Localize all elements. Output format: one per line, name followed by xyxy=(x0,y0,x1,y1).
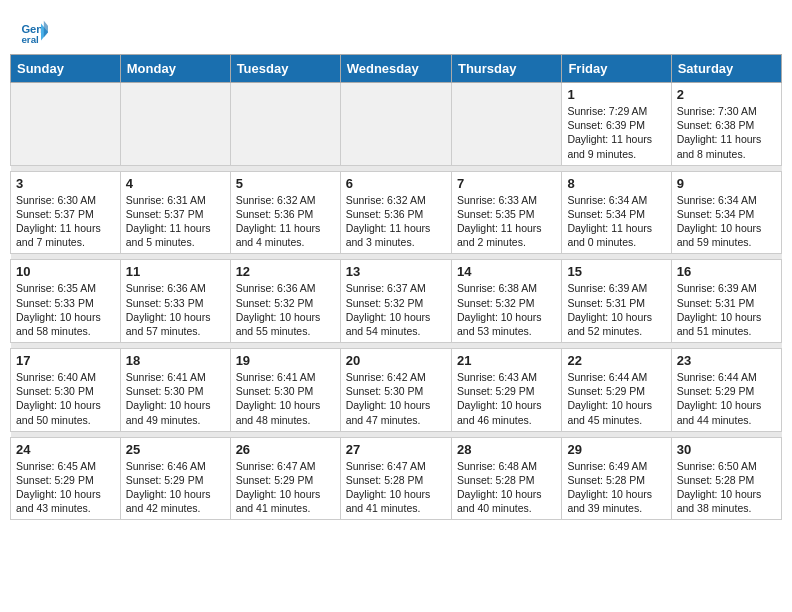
day-cell: 21Sunrise: 6:43 AMSunset: 5:29 PMDayligh… xyxy=(451,349,561,432)
day-number: 10 xyxy=(16,264,115,279)
day-cell: 1Sunrise: 7:29 AMSunset: 6:39 PMDaylight… xyxy=(562,83,671,166)
day-number: 2 xyxy=(677,87,776,102)
day-number: 6 xyxy=(346,176,446,191)
day-number: 4 xyxy=(126,176,225,191)
day-info: Sunrise: 6:33 AMSunset: 5:35 PMDaylight:… xyxy=(457,193,556,250)
day-number: 28 xyxy=(457,442,556,457)
day-info: Sunrise: 6:48 AMSunset: 5:28 PMDaylight:… xyxy=(457,459,556,516)
day-number: 17 xyxy=(16,353,115,368)
day-number: 30 xyxy=(677,442,776,457)
weekday-header-friday: Friday xyxy=(562,55,671,83)
day-info: Sunrise: 6:39 AMSunset: 5:31 PMDaylight:… xyxy=(567,281,665,338)
weekday-header-thursday: Thursday xyxy=(451,55,561,83)
day-cell: 23Sunrise: 6:44 AMSunset: 5:29 PMDayligh… xyxy=(671,349,781,432)
day-info: Sunrise: 6:44 AMSunset: 5:29 PMDaylight:… xyxy=(677,370,776,427)
svg-marker-3 xyxy=(44,21,48,38)
day-number: 1 xyxy=(567,87,665,102)
day-cell xyxy=(11,83,121,166)
day-number: 16 xyxy=(677,264,776,279)
day-cell: 26Sunrise: 6:47 AMSunset: 5:29 PMDayligh… xyxy=(230,437,340,520)
day-info: Sunrise: 6:43 AMSunset: 5:29 PMDaylight:… xyxy=(457,370,556,427)
day-cell: 29Sunrise: 6:49 AMSunset: 5:28 PMDayligh… xyxy=(562,437,671,520)
day-number: 22 xyxy=(567,353,665,368)
day-info: Sunrise: 7:29 AMSunset: 6:39 PMDaylight:… xyxy=(567,104,665,161)
day-cell: 17Sunrise: 6:40 AMSunset: 5:30 PMDayligh… xyxy=(11,349,121,432)
day-cell: 4Sunrise: 6:31 AMSunset: 5:37 PMDaylight… xyxy=(120,171,230,254)
day-info: Sunrise: 6:35 AMSunset: 5:33 PMDaylight:… xyxy=(16,281,115,338)
day-cell xyxy=(451,83,561,166)
day-cell: 12Sunrise: 6:36 AMSunset: 5:32 PMDayligh… xyxy=(230,260,340,343)
day-info: Sunrise: 6:46 AMSunset: 5:29 PMDaylight:… xyxy=(126,459,225,516)
day-info: Sunrise: 6:30 AMSunset: 5:37 PMDaylight:… xyxy=(16,193,115,250)
weekday-header-sunday: Sunday xyxy=(11,55,121,83)
day-info: Sunrise: 6:32 AMSunset: 5:36 PMDaylight:… xyxy=(346,193,446,250)
day-cell: 5Sunrise: 6:32 AMSunset: 5:36 PMDaylight… xyxy=(230,171,340,254)
day-cell: 28Sunrise: 6:48 AMSunset: 5:28 PMDayligh… xyxy=(451,437,561,520)
day-number: 8 xyxy=(567,176,665,191)
day-info: Sunrise: 6:32 AMSunset: 5:36 PMDaylight:… xyxy=(236,193,335,250)
day-number: 26 xyxy=(236,442,335,457)
day-info: Sunrise: 6:37 AMSunset: 5:32 PMDaylight:… xyxy=(346,281,446,338)
day-cell xyxy=(120,83,230,166)
day-info: Sunrise: 6:41 AMSunset: 5:30 PMDaylight:… xyxy=(126,370,225,427)
day-number: 7 xyxy=(457,176,556,191)
logo: Gen eral xyxy=(20,18,52,46)
weekday-header-monday: Monday xyxy=(120,55,230,83)
day-cell: 15Sunrise: 6:39 AMSunset: 5:31 PMDayligh… xyxy=(562,260,671,343)
day-info: Sunrise: 6:47 AMSunset: 5:28 PMDaylight:… xyxy=(346,459,446,516)
day-cell: 6Sunrise: 6:32 AMSunset: 5:36 PMDaylight… xyxy=(340,171,451,254)
day-cell: 9Sunrise: 6:34 AMSunset: 5:34 PMDaylight… xyxy=(671,171,781,254)
day-cell: 10Sunrise: 6:35 AMSunset: 5:33 PMDayligh… xyxy=(11,260,121,343)
day-number: 29 xyxy=(567,442,665,457)
day-cell: 3Sunrise: 6:30 AMSunset: 5:37 PMDaylight… xyxy=(11,171,121,254)
logo-icon: Gen eral xyxy=(20,18,48,46)
day-cell: 20Sunrise: 6:42 AMSunset: 5:30 PMDayligh… xyxy=(340,349,451,432)
day-info: Sunrise: 6:42 AMSunset: 5:30 PMDaylight:… xyxy=(346,370,446,427)
day-cell: 14Sunrise: 6:38 AMSunset: 5:32 PMDayligh… xyxy=(451,260,561,343)
day-info: Sunrise: 7:30 AMSunset: 6:38 PMDaylight:… xyxy=(677,104,776,161)
day-number: 25 xyxy=(126,442,225,457)
day-cell xyxy=(230,83,340,166)
day-cell: 27Sunrise: 6:47 AMSunset: 5:28 PMDayligh… xyxy=(340,437,451,520)
day-cell: 18Sunrise: 6:41 AMSunset: 5:30 PMDayligh… xyxy=(120,349,230,432)
week-row-1: 1Sunrise: 7:29 AMSunset: 6:39 PMDaylight… xyxy=(11,83,782,166)
day-info: Sunrise: 6:50 AMSunset: 5:28 PMDaylight:… xyxy=(677,459,776,516)
day-info: Sunrise: 6:36 AMSunset: 5:33 PMDaylight:… xyxy=(126,281,225,338)
day-cell: 2Sunrise: 7:30 AMSunset: 6:38 PMDaylight… xyxy=(671,83,781,166)
day-info: Sunrise: 6:44 AMSunset: 5:29 PMDaylight:… xyxy=(567,370,665,427)
day-number: 15 xyxy=(567,264,665,279)
day-info: Sunrise: 6:34 AMSunset: 5:34 PMDaylight:… xyxy=(677,193,776,250)
day-number: 12 xyxy=(236,264,335,279)
day-info: Sunrise: 6:41 AMSunset: 5:30 PMDaylight:… xyxy=(236,370,335,427)
weekday-header-row: SundayMondayTuesdayWednesdayThursdayFrid… xyxy=(11,55,782,83)
weekday-header-tuesday: Tuesday xyxy=(230,55,340,83)
day-cell: 8Sunrise: 6:34 AMSunset: 5:34 PMDaylight… xyxy=(562,171,671,254)
day-cell: 11Sunrise: 6:36 AMSunset: 5:33 PMDayligh… xyxy=(120,260,230,343)
day-number: 5 xyxy=(236,176,335,191)
day-cell: 25Sunrise: 6:46 AMSunset: 5:29 PMDayligh… xyxy=(120,437,230,520)
day-number: 27 xyxy=(346,442,446,457)
day-number: 20 xyxy=(346,353,446,368)
day-cell: 19Sunrise: 6:41 AMSunset: 5:30 PMDayligh… xyxy=(230,349,340,432)
day-number: 11 xyxy=(126,264,225,279)
week-row-4: 17Sunrise: 6:40 AMSunset: 5:30 PMDayligh… xyxy=(11,349,782,432)
day-number: 9 xyxy=(677,176,776,191)
header: Gen eral xyxy=(0,0,792,54)
day-cell: 13Sunrise: 6:37 AMSunset: 5:32 PMDayligh… xyxy=(340,260,451,343)
svg-text:eral: eral xyxy=(21,34,39,45)
day-cell xyxy=(340,83,451,166)
week-row-2: 3Sunrise: 6:30 AMSunset: 5:37 PMDaylight… xyxy=(11,171,782,254)
day-info: Sunrise: 6:34 AMSunset: 5:34 PMDaylight:… xyxy=(567,193,665,250)
day-cell: 22Sunrise: 6:44 AMSunset: 5:29 PMDayligh… xyxy=(562,349,671,432)
calendar-wrapper: SundayMondayTuesdayWednesdayThursdayFrid… xyxy=(0,54,792,530)
day-number: 19 xyxy=(236,353,335,368)
day-cell: 30Sunrise: 6:50 AMSunset: 5:28 PMDayligh… xyxy=(671,437,781,520)
day-number: 23 xyxy=(677,353,776,368)
calendar-table: SundayMondayTuesdayWednesdayThursdayFrid… xyxy=(10,54,782,520)
day-info: Sunrise: 6:36 AMSunset: 5:32 PMDaylight:… xyxy=(236,281,335,338)
day-info: Sunrise: 6:45 AMSunset: 5:29 PMDaylight:… xyxy=(16,459,115,516)
day-info: Sunrise: 6:31 AMSunset: 5:37 PMDaylight:… xyxy=(126,193,225,250)
day-number: 24 xyxy=(16,442,115,457)
week-row-5: 24Sunrise: 6:45 AMSunset: 5:29 PMDayligh… xyxy=(11,437,782,520)
day-info: Sunrise: 6:38 AMSunset: 5:32 PMDaylight:… xyxy=(457,281,556,338)
